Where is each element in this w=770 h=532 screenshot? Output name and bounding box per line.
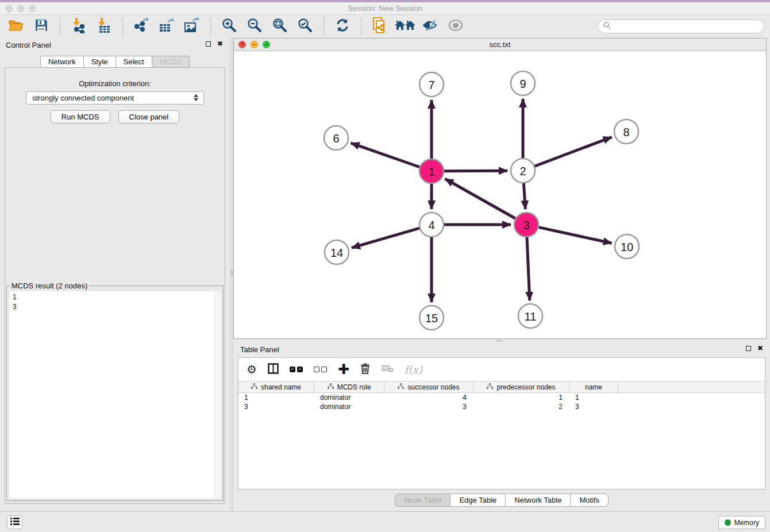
tab-network-table[interactable]: Network Table (506, 494, 571, 507)
export-image-button[interactable] (179, 17, 205, 36)
close-panel-icon[interactable]: ✖ (217, 41, 223, 47)
edge-1-2[interactable] (444, 171, 507, 171)
tree-sort-icon (251, 383, 257, 391)
zoom-selected-button[interactable] (292, 17, 318, 36)
zoom-out-button[interactable] (242, 17, 267, 36)
window-titlebar: Session: New Session (0, 0, 770, 15)
edge-1-6[interactable] (351, 143, 419, 167)
node-8[interactable]: 8 (614, 119, 638, 144)
home-button[interactable] (392, 17, 418, 36)
table-cell[interactable]: 1 (569, 393, 618, 402)
tab-network[interactable]: Network (40, 56, 84, 68)
edge-4-14[interactable] (352, 228, 419, 248)
column-header-predecessor-nodes[interactable]: predecessor nodes (473, 381, 569, 392)
node-15[interactable]: 15 (419, 306, 444, 330)
edge-2-8[interactable] (535, 137, 612, 167)
result-scrollbar[interactable] (214, 291, 221, 498)
tab-style[interactable]: Style (84, 56, 116, 68)
table-settings-icon[interactable]: ⚙ (247, 364, 257, 375)
table-cell[interactable]: 3 (569, 402, 618, 411)
table-cell[interactable]: dominator (314, 393, 384, 402)
status-bar: Memory (0, 511, 770, 532)
tree-sort-icon (487, 383, 493, 391)
node-14[interactable]: 14 (325, 240, 349, 264)
close-panel-button[interactable]: Close panel (118, 110, 180, 124)
clone-network-icon (372, 17, 387, 36)
show-panels-button[interactable] (443, 17, 468, 36)
table-panel: Table Panel ✖ ⚙ ✓✓ ✚ f(x) shared nameMCD… (233, 342, 770, 511)
select-all-rows-icon[interactable]: ✓✓ (290, 367, 303, 372)
tab-edge-table[interactable]: Edge Table (451, 494, 506, 507)
column-layout-icon[interactable] (268, 363, 279, 376)
search-field[interactable] (598, 20, 764, 33)
network-view-window: ✕ − + scc.txt 7968124314101511 (233, 38, 767, 339)
table-cell[interactable]: 4 (384, 393, 473, 402)
import-network-button[interactable] (66, 17, 91, 36)
node-table-box: ⚙ ✓✓ ✚ f(x) shared nameMCDS rolesuccesso… (238, 357, 765, 489)
window-title: Session: New Session (0, 4, 770, 13)
function-builder-icon: f(x) (405, 364, 422, 376)
table-cell[interactable]: 1 (473, 393, 569, 402)
table-cell[interactable]: 2 (473, 402, 569, 411)
svg-text:6: 6 (333, 132, 339, 145)
mcds-result-text[interactable]: 1 3 (9, 291, 221, 498)
column-header-MCDS-role[interactable]: MCDS role (314, 381, 384, 392)
import-network-icon (71, 17, 87, 36)
zoom-in-button[interactable] (217, 17, 242, 36)
edge-3-10[interactable] (538, 228, 611, 244)
memory-button[interactable]: Memory (718, 516, 765, 529)
table-cell[interactable]: 1 (238, 393, 314, 402)
table-row[interactable]: 1dominator411 (238, 393, 765, 402)
node-9[interactable]: 9 (511, 71, 535, 95)
export-table-button[interactable] (154, 17, 179, 36)
tab-select[interactable]: Select (116, 56, 152, 68)
refresh-layout-button[interactable] (330, 17, 355, 36)
node-11[interactable]: 11 (518, 304, 542, 328)
node-1[interactable]: 1 (419, 159, 444, 183)
tab-motifs[interactable]: Motifs (571, 494, 609, 507)
node-7[interactable]: 7 (419, 72, 444, 97)
node-10[interactable]: 10 (615, 234, 639, 259)
open-session-button[interactable] (3, 17, 29, 36)
task-history-button[interactable] (7, 515, 22, 529)
search-icon (603, 21, 611, 32)
zoom-fit-button[interactable] (267, 17, 292, 36)
node-2[interactable]: 2 (511, 159, 535, 183)
edge-2-3[interactable] (523, 183, 525, 209)
table-cell[interactable]: 3 (384, 402, 473, 411)
deselect-all-rows-icon[interactable] (314, 367, 327, 372)
save-session-button[interactable] (29, 17, 54, 36)
import-table-button[interactable] (91, 17, 117, 36)
clone-network-button[interactable] (367, 17, 392, 36)
column-header-name[interactable]: name (569, 381, 618, 392)
export-table-icon (159, 17, 175, 36)
column-header-shared-name[interactable]: shared name (238, 381, 314, 392)
close-table-panel-icon[interactable]: ✖ (757, 345, 763, 351)
export-network-button[interactable] (129, 17, 154, 36)
network-window-titlebar[interactable]: ✕ − + scc.txt (234, 38, 766, 51)
svg-text:1: 1 (428, 165, 434, 178)
add-row-icon[interactable]: ✚ (338, 364, 349, 375)
optimization-criterion-label: Optimization criterion: (5, 79, 225, 88)
float-panel-icon[interactable] (206, 41, 211, 47)
column-header-successor-nodes[interactable]: successor nodes (384, 381, 473, 392)
node-6[interactable]: 6 (324, 126, 348, 150)
network-canvas[interactable]: 7968124314101511 (234, 51, 766, 338)
node-4[interactable]: 4 (419, 213, 444, 237)
optimization-criterion-select[interactable]: strongly connected component (26, 91, 204, 105)
task-list-icon (10, 517, 20, 527)
edge-3-1[interactable] (445, 179, 515, 218)
delete-row-icon[interactable] (360, 363, 370, 376)
float-table-panel-icon[interactable] (746, 346, 751, 351)
table-cell[interactable]: 3 (238, 402, 314, 411)
hide-panels-button[interactable] (418, 17, 443, 36)
table-cell[interactable]: dominator (314, 402, 384, 411)
node-3[interactable]: 3 (514, 213, 538, 237)
search-input[interactable] (614, 22, 759, 30)
table-row[interactable]: 3dominator323 (238, 402, 765, 411)
tab-node-table[interactable]: Node Table (395, 494, 451, 507)
edge-3-11[interactable] (527, 237, 530, 300)
tab-mcds[interactable]: MCDS (152, 56, 190, 68)
run-mcds-button[interactable]: Run MCDS (51, 110, 110, 124)
control-panel-tabs: NetworkStyleSelectMCDS (0, 56, 230, 68)
